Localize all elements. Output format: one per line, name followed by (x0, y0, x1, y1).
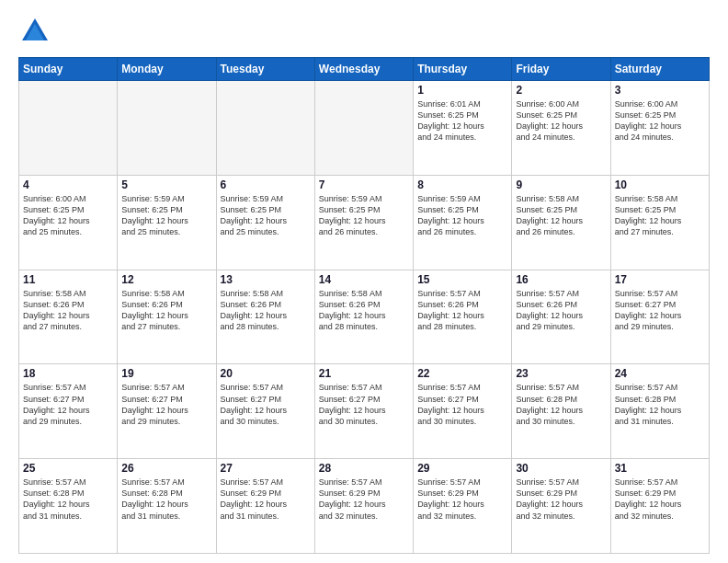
calendar-header-friday: Friday (512, 58, 610, 81)
day-info: Sunrise: 5:57 AM Sunset: 6:26 PM Dayligh… (516, 288, 606, 333)
calendar-cell (118, 81, 216, 176)
calendar-cell (19, 81, 118, 176)
day-number: 12 (121, 273, 211, 286)
day-info: Sunrise: 5:57 AM Sunset: 6:26 PM Dayligh… (417, 288, 507, 333)
calendar-week-0: 1Sunrise: 6:01 AM Sunset: 6:25 PM Daylig… (19, 81, 710, 176)
day-info: Sunrise: 5:57 AM Sunset: 6:27 PM Dayligh… (221, 382, 311, 427)
day-number: 3 (615, 84, 705, 97)
calendar-cell: 27Sunrise: 5:57 AM Sunset: 6:29 PM Dayli… (216, 459, 314, 554)
day-number: 25 (23, 462, 113, 475)
calendar-cell: 6Sunrise: 5:59 AM Sunset: 6:25 PM Daylig… (216, 175, 314, 270)
calendar-cell: 26Sunrise: 5:57 AM Sunset: 6:28 PM Dayli… (118, 459, 216, 554)
day-info: Sunrise: 5:57 AM Sunset: 6:28 PM Dayligh… (615, 382, 705, 427)
day-number: 19 (121, 367, 211, 380)
calendar-cell: 8Sunrise: 5:59 AM Sunset: 6:25 PM Daylig… (414, 175, 512, 270)
calendar-header-thursday: Thursday (414, 58, 512, 81)
calendar-header-monday: Monday (118, 58, 216, 81)
day-number: 28 (319, 462, 409, 475)
calendar-table: SundayMondayTuesdayWednesdayThursdayFrid… (18, 57, 710, 554)
day-number: 1 (417, 84, 507, 97)
calendar-cell: 22Sunrise: 5:57 AM Sunset: 6:27 PM Dayli… (414, 364, 512, 459)
day-info: Sunrise: 5:58 AM Sunset: 6:25 PM Dayligh… (615, 193, 705, 238)
day-number: 18 (23, 367, 113, 380)
calendar-header-wednesday: Wednesday (314, 58, 413, 81)
day-number: 26 (121, 462, 211, 475)
calendar-cell: 5Sunrise: 5:59 AM Sunset: 6:25 PM Daylig… (118, 175, 216, 270)
day-info: Sunrise: 5:57 AM Sunset: 6:29 PM Dayligh… (417, 477, 507, 522)
calendar-cell: 25Sunrise: 5:57 AM Sunset: 6:28 PM Dayli… (19, 459, 118, 554)
day-number: 17 (615, 273, 705, 286)
day-number: 6 (221, 178, 311, 191)
calendar-header-saturday: Saturday (610, 58, 709, 81)
day-number: 20 (221, 367, 311, 380)
calendar-cell: 9Sunrise: 5:58 AM Sunset: 6:25 PM Daylig… (512, 175, 610, 270)
day-info: Sunrise: 5:57 AM Sunset: 6:27 PM Dayligh… (417, 382, 507, 427)
day-number: 23 (516, 367, 606, 380)
calendar-week-4: 25Sunrise: 5:57 AM Sunset: 6:28 PM Dayli… (19, 459, 710, 554)
calendar-cell: 29Sunrise: 5:57 AM Sunset: 6:29 PM Dayli… (414, 459, 512, 554)
calendar-cell: 18Sunrise: 5:57 AM Sunset: 6:27 PM Dayli… (19, 364, 118, 459)
calendar-header-tuesday: Tuesday (216, 58, 314, 81)
day-info: Sunrise: 5:57 AM Sunset: 6:27 PM Dayligh… (319, 382, 409, 427)
day-number: 22 (417, 367, 507, 380)
calendar-cell: 4Sunrise: 6:00 AM Sunset: 6:25 PM Daylig… (19, 175, 118, 270)
day-info: Sunrise: 5:59 AM Sunset: 6:25 PM Dayligh… (221, 193, 311, 238)
day-number: 10 (615, 178, 705, 191)
calendar-cell: 11Sunrise: 5:58 AM Sunset: 6:26 PM Dayli… (19, 270, 118, 364)
day-number: 13 (221, 273, 311, 286)
day-info: Sunrise: 6:01 AM Sunset: 6:25 PM Dayligh… (417, 98, 507, 144)
day-info: Sunrise: 5:59 AM Sunset: 6:25 PM Dayligh… (121, 193, 211, 238)
day-info: Sunrise: 5:59 AM Sunset: 6:25 PM Dayligh… (319, 193, 409, 238)
day-info: Sunrise: 5:58 AM Sunset: 6:25 PM Dayligh… (516, 193, 606, 238)
day-number: 11 (23, 273, 113, 286)
calendar-week-1: 4Sunrise: 6:00 AM Sunset: 6:25 PM Daylig… (19, 175, 710, 270)
calendar-week-3: 18Sunrise: 5:57 AM Sunset: 6:27 PM Dayli… (19, 364, 710, 459)
calendar-cell: 28Sunrise: 5:57 AM Sunset: 6:29 PM Dayli… (314, 459, 413, 554)
page: SundayMondayTuesdayWednesdayThursdayFrid… (0, 0, 728, 563)
day-number: 27 (221, 462, 311, 475)
day-number: 30 (516, 462, 606, 475)
day-info: Sunrise: 5:59 AM Sunset: 6:25 PM Dayligh… (417, 193, 507, 238)
day-number: 5 (121, 178, 211, 191)
calendar-cell: 13Sunrise: 5:58 AM Sunset: 6:26 PM Dayli… (216, 270, 314, 364)
day-info: Sunrise: 5:57 AM Sunset: 6:29 PM Dayligh… (615, 477, 705, 522)
day-number: 9 (516, 178, 606, 191)
logo (18, 15, 55, 48)
day-number: 8 (417, 178, 507, 191)
day-info: Sunrise: 6:00 AM Sunset: 6:25 PM Dayligh… (516, 98, 606, 144)
day-number: 31 (615, 462, 705, 475)
day-info: Sunrise: 5:57 AM Sunset: 6:28 PM Dayligh… (23, 477, 113, 522)
day-number: 2 (516, 84, 606, 97)
calendar-cell: 15Sunrise: 5:57 AM Sunset: 6:26 PM Dayli… (414, 270, 512, 364)
calendar-cell: 31Sunrise: 5:57 AM Sunset: 6:29 PM Dayli… (610, 459, 709, 554)
day-info: Sunrise: 5:58 AM Sunset: 6:26 PM Dayligh… (319, 288, 409, 333)
day-info: Sunrise: 6:00 AM Sunset: 6:25 PM Dayligh… (615, 98, 705, 144)
day-info: Sunrise: 5:57 AM Sunset: 6:27 PM Dayligh… (121, 382, 211, 427)
calendar-cell: 16Sunrise: 5:57 AM Sunset: 6:26 PM Dayli… (512, 270, 610, 364)
calendar-cell: 7Sunrise: 5:59 AM Sunset: 6:25 PM Daylig… (314, 175, 413, 270)
calendar-cell: 30Sunrise: 5:57 AM Sunset: 6:29 PM Dayli… (512, 459, 610, 554)
day-info: Sunrise: 6:00 AM Sunset: 6:25 PM Dayligh… (23, 193, 113, 238)
day-number: 14 (319, 273, 409, 286)
calendar-cell: 24Sunrise: 5:57 AM Sunset: 6:28 PM Dayli… (610, 364, 709, 459)
calendar-cell: 23Sunrise: 5:57 AM Sunset: 6:28 PM Dayli… (512, 364, 610, 459)
day-number: 15 (417, 273, 507, 286)
day-number: 29 (417, 462, 507, 475)
calendar-cell: 3Sunrise: 6:00 AM Sunset: 6:25 PM Daylig… (610, 81, 709, 176)
day-number: 4 (23, 178, 113, 191)
calendar-cell: 2Sunrise: 6:00 AM Sunset: 6:25 PM Daylig… (512, 81, 610, 176)
day-number: 16 (516, 273, 606, 286)
calendar-cell: 10Sunrise: 5:58 AM Sunset: 6:25 PM Dayli… (610, 175, 709, 270)
day-info: Sunrise: 5:58 AM Sunset: 6:26 PM Dayligh… (121, 288, 211, 333)
calendar-header-row: SundayMondayTuesdayWednesdayThursdayFrid… (19, 58, 710, 81)
day-info: Sunrise: 5:57 AM Sunset: 6:27 PM Dayligh… (615, 288, 705, 333)
calendar-cell: 1Sunrise: 6:01 AM Sunset: 6:25 PM Daylig… (414, 81, 512, 176)
day-info: Sunrise: 5:57 AM Sunset: 6:29 PM Dayligh… (221, 477, 311, 522)
calendar-cell: 19Sunrise: 5:57 AM Sunset: 6:27 PM Dayli… (118, 364, 216, 459)
header (18, 15, 710, 48)
day-info: Sunrise: 5:58 AM Sunset: 6:26 PM Dayligh… (23, 288, 113, 333)
calendar-cell: 21Sunrise: 5:57 AM Sunset: 6:27 PM Dayli… (314, 364, 413, 459)
calendar-cell: 17Sunrise: 5:57 AM Sunset: 6:27 PM Dayli… (610, 270, 709, 364)
day-info: Sunrise: 5:57 AM Sunset: 6:27 PM Dayligh… (23, 382, 113, 427)
calendar-cell (314, 81, 413, 176)
